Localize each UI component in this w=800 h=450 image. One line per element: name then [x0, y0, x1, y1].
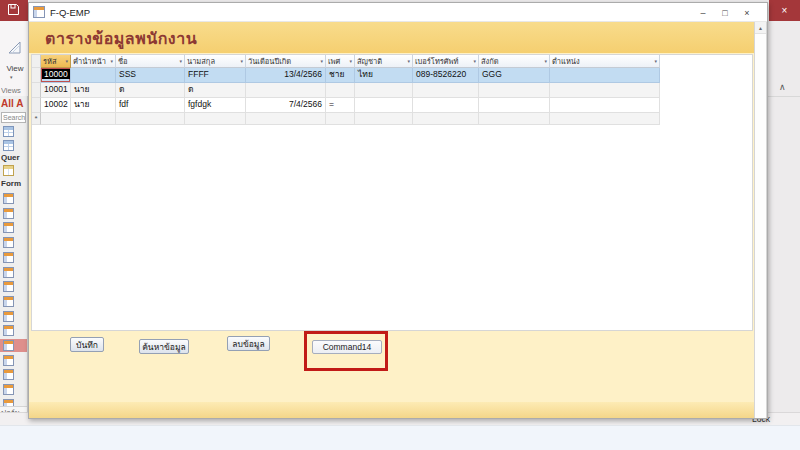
- column-header-9[interactable]: ตำแหน่ง▾: [550, 55, 660, 68]
- nav-search-input[interactable]: Search: [1, 112, 26, 123]
- table-cell[interactable]: [326, 83, 355, 98]
- column-header-1[interactable]: คำนำหน้า▾: [71, 55, 116, 68]
- table-cell[interactable]: =: [326, 98, 355, 113]
- column-filter-dropdown-icon[interactable]: ▾: [349, 58, 352, 64]
- nav-form-item[interactable]: [0, 310, 27, 323]
- table-cell[interactable]: [550, 68, 660, 83]
- column-header-5[interactable]: เพศ▾: [326, 55, 355, 68]
- delete-data-button[interactable]: ลบข้อมูล: [227, 336, 270, 351]
- table-cell[interactable]: [71, 113, 116, 125]
- record-selector[interactable]: [32, 98, 41, 113]
- nav-form-item[interactable]: [0, 324, 27, 337]
- form-close-button[interactable]: ×: [736, 3, 758, 22]
- column-header-0[interactable]: รหัส▾: [41, 55, 71, 68]
- record-selector[interactable]: [32, 83, 41, 98]
- table-cell[interactable]: [413, 83, 479, 98]
- table-cell[interactable]: [326, 113, 355, 125]
- table-cell[interactable]: [479, 98, 550, 113]
- app-close-button[interactable]: ×: [769, 0, 800, 21]
- form-maximize-button[interactable]: □: [714, 3, 736, 22]
- column-filter-dropdown-icon[interactable]: ▾: [110, 58, 113, 64]
- table-cell[interactable]: ด: [116, 83, 185, 98]
- save-record-button[interactable]: บันทึก: [70, 337, 104, 352]
- column-header-4[interactable]: วันเดือนปีเกิด▾: [246, 55, 326, 68]
- nav-queries-group-label[interactable]: Quer: [1, 153, 20, 162]
- table-cell[interactable]: [185, 113, 246, 125]
- table-cell[interactable]: นาย: [71, 83, 116, 98]
- table-cell[interactable]: 7/4/2566: [246, 98, 326, 113]
- column-header-2[interactable]: ชื่อ▾: [116, 55, 185, 68]
- table-cell[interactable]: fgfdgk: [185, 98, 246, 113]
- table-cell[interactable]: [479, 83, 550, 98]
- form-minimize-button[interactable]: –: [692, 3, 714, 22]
- column-filter-dropdown-icon[interactable]: ▾: [320, 58, 323, 64]
- table-cell[interactable]: [550, 83, 660, 98]
- table-cell[interactable]: [413, 113, 479, 125]
- table-cell[interactable]: [116, 113, 185, 125]
- form-titlebar[interactable]: F-Q-EMP – □ ×: [29, 3, 767, 22]
- table-cell[interactable]: 10000: [41, 68, 71, 83]
- table-cell[interactable]: ไทย: [355, 68, 413, 83]
- search-data-button[interactable]: ค้นหาข้อมูล: [139, 339, 189, 354]
- column-filter-dropdown-icon[interactable]: ▾: [65, 58, 68, 64]
- column-filter-dropdown-icon[interactable]: ▾: [240, 58, 243, 64]
- table-cell[interactable]: fdf: [116, 98, 185, 113]
- vertical-scrollbar[interactable]: ▲: [754, 22, 767, 418]
- table-cell[interactable]: [355, 98, 413, 113]
- column-filter-dropdown-icon[interactable]: ▾: [473, 58, 476, 64]
- table-cell[interactable]: GGG: [479, 68, 550, 83]
- table-cell[interactable]: ด: [185, 83, 246, 98]
- column-filter-dropdown-icon[interactable]: ▾: [654, 58, 657, 64]
- nav-form-item[interactable]: [0, 221, 27, 234]
- table-cell[interactable]: นาย: [71, 98, 116, 113]
- scroll-up-icon[interactable]: ▲: [755, 22, 766, 34]
- nav-forms-group-label[interactable]: Form: [1, 179, 21, 188]
- nav-form-item[interactable]: [0, 251, 27, 264]
- column-filter-dropdown-icon[interactable]: ▾: [179, 58, 182, 64]
- column-filter-dropdown-icon[interactable]: ▾: [544, 58, 547, 64]
- view-button-label[interactable]: View: [2, 64, 28, 73]
- nav-all-objects-label[interactable]: All A: [1, 98, 23, 109]
- column-header-7[interactable]: เบอร์โทรศัพท์▾: [413, 55, 479, 68]
- table-cell[interactable]: [246, 113, 326, 125]
- table-cell[interactable]: 10001: [41, 83, 71, 98]
- ribbon-collapse-icon[interactable]: ∧: [779, 82, 786, 92]
- nav-form-item[interactable]: [0, 207, 27, 220]
- nav-query-item[interactable]: [0, 164, 27, 177]
- nav-form-item[interactable]: [0, 383, 27, 396]
- table-cell[interactable]: [550, 113, 660, 125]
- save-icon[interactable]: [7, 3, 20, 16]
- table-cell[interactable]: [71, 68, 116, 83]
- column-header-3[interactable]: นามสกุล▾: [185, 55, 246, 68]
- table-cell[interactable]: 089-8526220: [413, 68, 479, 83]
- column-header-8[interactable]: สังกัด▾: [479, 55, 550, 68]
- new-record-selector[interactable]: *: [32, 113, 41, 125]
- nav-form-item[interactable]: [0, 236, 27, 249]
- column-filter-dropdown-icon[interactable]: ▾: [407, 58, 410, 64]
- table-cell[interactable]: SSS: [116, 68, 185, 83]
- nav-form-item[interactable]: [0, 368, 27, 381]
- datasheet-corner-cell[interactable]: [32, 55, 41, 68]
- nav-form-item-active[interactable]: [0, 339, 27, 352]
- nav-form-item[interactable]: [0, 280, 27, 293]
- table-cell[interactable]: FFFF: [185, 68, 246, 83]
- record-selector[interactable]: [32, 68, 41, 83]
- table-cell[interactable]: [413, 98, 479, 113]
- editing-cell-selected-text[interactable]: 10000: [42, 69, 70, 79]
- nav-form-item[interactable]: [0, 192, 27, 205]
- table-cell[interactable]: ชาย: [326, 68, 355, 83]
- nav-form-item[interactable]: [0, 266, 27, 279]
- table-cell[interactable]: [41, 113, 71, 125]
- table-cell[interactable]: [246, 83, 326, 98]
- table-cell[interactable]: 13/4/2566: [246, 68, 326, 83]
- view-dropdown-icon[interactable]: ▾: [10, 74, 13, 80]
- nav-table-item[interactable]: [0, 125, 27, 138]
- nav-table-item[interactable]: [0, 139, 27, 152]
- table-cell[interactable]: [550, 98, 660, 113]
- table-cell[interactable]: 10002: [41, 98, 71, 113]
- nav-form-item[interactable]: [0, 295, 27, 308]
- table-cell[interactable]: [355, 113, 413, 125]
- table-cell[interactable]: [479, 113, 550, 125]
- table-cell[interactable]: [355, 83, 413, 98]
- nav-form-item[interactable]: [0, 354, 27, 367]
